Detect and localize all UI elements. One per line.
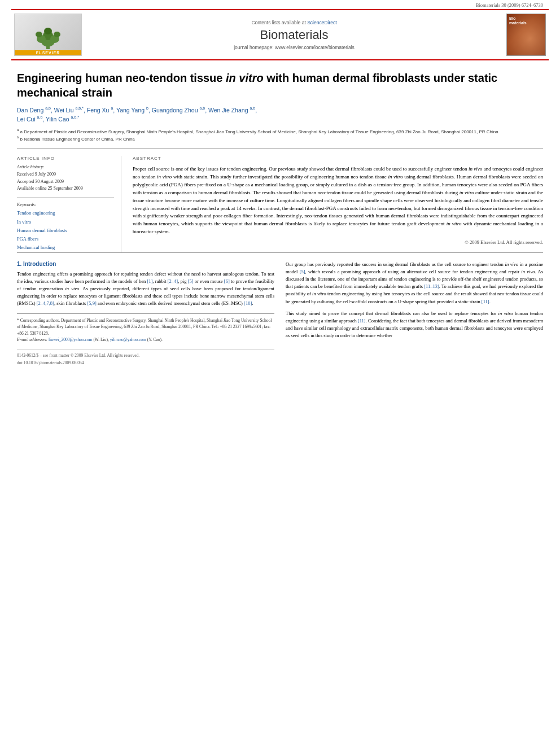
elsevier-logo-container: ELSEVIER — [11, 14, 85, 56]
bottom-bar: 0142-9612/$ – see front matter © 2009 El… — [17, 349, 274, 360]
article-content: Engineering human neo-tendon tissue in v… — [0, 60, 560, 369]
intro-para1: Tendon engineering offers a promising ap… — [17, 270, 274, 308]
affiliations: a a Department of Plastic and Reconstruc… — [17, 128, 543, 143]
copyright: © 2009 Elsevier Ltd. All rights reserved… — [133, 239, 543, 245]
both-keyword: both — [425, 325, 434, 331]
footnote-corresponding: * Corresponding authors. Department of P… — [17, 317, 274, 337]
journal-homepage: journal homepage: www.elsevier.com/locat… — [234, 45, 355, 50]
journal-title: Biomaterials — [260, 28, 328, 42]
svg-point-6 — [36, 32, 42, 37]
keyword-5: Mechanical loading — [17, 243, 114, 252]
intro-heading: 1. Introduction — [17, 261, 274, 267]
abstract-text: Proper cell source is one of the key iss… — [133, 165, 543, 236]
header-center: Contents lists available at ScienceDirec… — [85, 14, 504, 56]
body-left-col: 1. Introduction Tendon engineering offer… — [17, 261, 274, 369]
body-columns: 1. Introduction Tendon engineering offer… — [17, 261, 543, 369]
right-para2: This study aimed to prove the concept th… — [286, 310, 543, 340]
keyword-1: Tendon engineering — [17, 209, 114, 217]
history-label: Article history: — [17, 164, 114, 169]
article-info-col: ARTICLE INFO Article history: Received 9… — [17, 156, 121, 252]
keyword-4: PGA fibers — [17, 235, 114, 243]
footnote-section: * Corresponding authors. Department of P… — [17, 313, 274, 344]
svg-point-7 — [54, 32, 60, 37]
citation-text: Biomaterials 30 (2009) 6724–6730 — [476, 2, 543, 8]
footnote-email: E-mail addresses: liuwei_2000@yahoo.com … — [17, 337, 274, 343]
sciencedirect-link[interactable]: ScienceDirect — [307, 20, 336, 25]
page: Biomaterials 30 (2009) 6724–6730 ELSEVIE… — [0, 0, 560, 747]
biomaterials-thumbnail: Biomaterials — [504, 14, 549, 56]
sciencedirect-line: Contents lists available at ScienceDirec… — [251, 20, 336, 25]
journal-header: ELSEVIER Contents lists available at Sci… — [11, 9, 549, 60]
article-title-section: Engineering human neo-tendon tissue in v… — [17, 60, 543, 149]
info-abstract-section: ARTICLE INFO Article history: Received 9… — [17, 149, 543, 252]
doi-text: doi:10.1016/j.biomaterials.2009.08.054 — [17, 360, 274, 369]
title-italic: in vitro — [226, 72, 264, 84]
article-title: Engineering human neo-tendon tissue in v… — [17, 71, 543, 100]
elsevier-tree-icon — [25, 23, 71, 50]
article-info-label: ARTICLE INFO — [17, 156, 114, 161]
keywords-label: Keywords: — [17, 202, 114, 207]
keyword-2: In vitro — [17, 218, 114, 226]
abstract-col: ABSTRACT Proper cell source is one of th… — [133, 156, 543, 252]
elsevier-label: ELSEVIER — [15, 50, 81, 55]
available-date: Available online 25 September 2009 — [17, 185, 114, 193]
body-right-col: Our group has previously reported the su… — [286, 261, 543, 369]
abstract-label: ABSTRACT — [133, 156, 543, 161]
right-para1: Our group has previously reported the su… — [286, 261, 543, 305]
issn-text: 0142-9612/$ – see front matter © 2009 El… — [17, 353, 139, 358]
main-body: 1. Introduction Tendon engineering offer… — [17, 252, 543, 369]
citation-bar: Biomaterials 30 (2009) 6724–6730 — [0, 0, 560, 9]
divider — [17, 197, 114, 198]
thumb-label: Biomaterials — [509, 16, 527, 26]
authors-line: Dan Deng a,b, Wei Liu a,b,*, Feng Xu a, … — [17, 106, 543, 124]
biomaterials-thumb-box: Biomaterials — [506, 14, 546, 56]
svg-point-3 — [44, 28, 52, 34]
received-date: Received 9 July 2009 — [17, 171, 114, 178]
keyword-3: Human dermal fibroblasts — [17, 226, 114, 235]
elsevier-box: ELSEVIER — [14, 14, 82, 56]
accepted-date: Accepted 30 August 2009 — [17, 178, 114, 186]
